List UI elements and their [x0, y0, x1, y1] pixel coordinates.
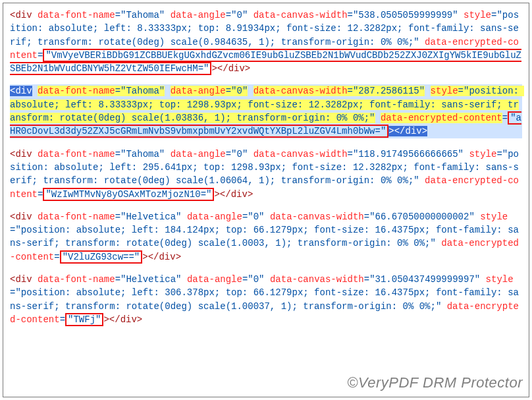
code-block[interactable]: <div data-font-name="Tahoma" data-angle=… [10, 10, 521, 75]
code-block[interactable]: <div data-font-name="Helvetica" data-ang… [10, 274, 519, 326]
code-block-selected[interactable]: <div data-font-name="Tahoma" data-angle=… [10, 84, 522, 138]
code-block[interactable]: <div data-font-name="Helvetica" data-ang… [10, 212, 519, 264]
code-block[interactable]: <div data-font-name="Tahoma" data-angle=… [10, 149, 519, 201]
code-content[interactable]: <div data-font-name="Tahoma" data-angle=… [10, 9, 522, 326]
code-viewport: <div data-font-name="Tahoma" data-angle=… [3, 3, 529, 397]
